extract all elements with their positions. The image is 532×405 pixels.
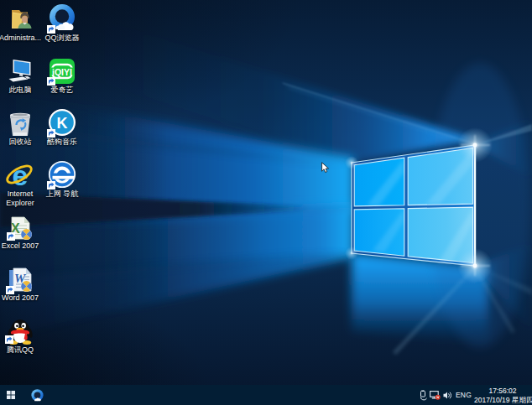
svg-text:iQIYI: iQIYI — [52, 67, 72, 77]
svg-text:K: K — [57, 115, 68, 132]
